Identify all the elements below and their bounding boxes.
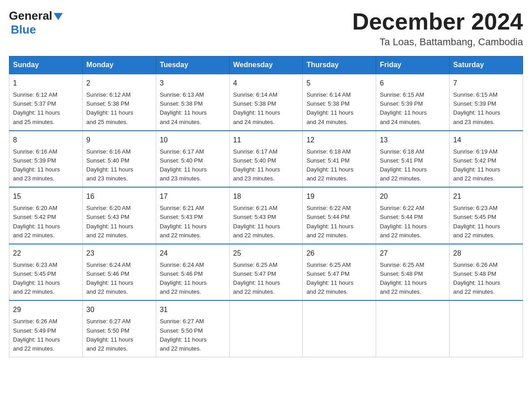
calendar-cell: 1Sunrise: 6:12 AMSunset: 5:37 PMDaylight… xyxy=(9,74,83,131)
calendar-cell: 16Sunrise: 6:20 AMSunset: 5:43 PMDayligh… xyxy=(82,187,156,244)
logo: General Blue xyxy=(9,9,63,37)
day-info: Sunrise: 6:14 AMSunset: 5:38 PMDaylight:… xyxy=(306,91,353,125)
day-number: 10 xyxy=(160,135,226,146)
day-info: Sunrise: 6:26 AMSunset: 5:49 PMDaylight:… xyxy=(13,318,60,351)
day-number: 22 xyxy=(13,248,79,259)
day-info: Sunrise: 6:12 AMSunset: 5:38 PMDaylight:… xyxy=(86,91,133,125)
day-info: Sunrise: 6:12 AMSunset: 5:37 PMDaylight:… xyxy=(13,91,60,125)
calendar-cell: 21Sunrise: 6:23 AMSunset: 5:45 PMDayligh… xyxy=(450,187,523,244)
calendar-cell: 4Sunrise: 6:14 AMSunset: 5:38 PMDaylight… xyxy=(229,74,303,131)
week-row-4: 22Sunrise: 6:23 AMSunset: 5:45 PMDayligh… xyxy=(9,244,523,301)
day-info: Sunrise: 6:19 AMSunset: 5:42 PMDaylight:… xyxy=(453,148,500,182)
day-number: 31 xyxy=(160,304,226,315)
day-header-thursday: Thursday xyxy=(303,56,376,74)
day-info: Sunrise: 6:27 AMSunset: 5:50 PMDaylight:… xyxy=(86,318,133,351)
day-number: 20 xyxy=(380,191,446,202)
day-info: Sunrise: 6:21 AMSunset: 5:43 PMDaylight:… xyxy=(160,205,207,238)
day-number: 29 xyxy=(13,304,79,315)
day-number: 2 xyxy=(86,78,152,89)
calendar-cell: 3Sunrise: 6:13 AMSunset: 5:38 PMDaylight… xyxy=(156,74,229,131)
day-header-monday: Monday xyxy=(82,56,156,74)
day-header-sunday: Sunday xyxy=(9,56,83,74)
week-row-2: 8Sunrise: 6:16 AMSunset: 5:39 PMDaylight… xyxy=(9,131,523,188)
day-info: Sunrise: 6:21 AMSunset: 5:43 PMDaylight:… xyxy=(233,205,280,238)
day-info: Sunrise: 6:16 AMSunset: 5:39 PMDaylight:… xyxy=(13,148,60,182)
day-number: 7 xyxy=(453,78,519,89)
calendar-cell: 14Sunrise: 6:19 AMSunset: 5:42 PMDayligh… xyxy=(450,131,523,188)
logo-text: General xyxy=(9,9,63,23)
calendar-cell xyxy=(303,300,376,357)
day-info: Sunrise: 6:16 AMSunset: 5:40 PMDaylight:… xyxy=(86,148,133,182)
calendar-cell: 30Sunrise: 6:27 AMSunset: 5:50 PMDayligh… xyxy=(82,300,156,357)
calendar-cell: 18Sunrise: 6:21 AMSunset: 5:43 PMDayligh… xyxy=(229,187,303,244)
day-info: Sunrise: 6:20 AMSunset: 5:43 PMDaylight:… xyxy=(86,205,133,238)
day-info: Sunrise: 6:24 AMSunset: 5:46 PMDaylight:… xyxy=(86,261,133,295)
day-info: Sunrise: 6:13 AMSunset: 5:38 PMDaylight:… xyxy=(160,91,207,125)
week-row-1: 1Sunrise: 6:12 AMSunset: 5:37 PMDaylight… xyxy=(9,74,523,131)
page-header: General Blue December 2024 Ta Loas, Batt… xyxy=(9,9,523,48)
calendar-cell: 7Sunrise: 6:15 AMSunset: 5:39 PMDaylight… xyxy=(450,74,523,131)
day-number: 3 xyxy=(160,78,226,89)
day-number: 13 xyxy=(380,135,446,146)
day-number: 18 xyxy=(233,191,299,202)
calendar-cell: 2Sunrise: 6:12 AMSunset: 5:38 PMDaylight… xyxy=(82,74,156,131)
day-number: 25 xyxy=(233,248,299,259)
calendar-cell xyxy=(376,300,450,357)
day-header-friday: Friday xyxy=(376,56,450,74)
day-info: Sunrise: 6:18 AMSunset: 5:41 PMDaylight:… xyxy=(380,148,427,182)
day-info: Sunrise: 6:15 AMSunset: 5:39 PMDaylight:… xyxy=(453,91,500,125)
day-info: Sunrise: 6:23 AMSunset: 5:45 PMDaylight:… xyxy=(453,205,500,238)
calendar-cell: 23Sunrise: 6:24 AMSunset: 5:46 PMDayligh… xyxy=(82,244,156,301)
week-row-3: 15Sunrise: 6:20 AMSunset: 5:42 PMDayligh… xyxy=(9,187,523,244)
calendar-cell: 22Sunrise: 6:23 AMSunset: 5:45 PMDayligh… xyxy=(9,244,83,301)
calendar-cell: 8Sunrise: 6:16 AMSunset: 5:39 PMDaylight… xyxy=(9,131,83,188)
day-number: 21 xyxy=(453,191,519,202)
calendar-cell xyxy=(229,300,303,357)
day-info: Sunrise: 6:25 AMSunset: 5:47 PMDaylight:… xyxy=(233,261,280,295)
calendar-cell: 31Sunrise: 6:27 AMSunset: 5:50 PMDayligh… xyxy=(156,300,229,357)
month-title: December 2024 xyxy=(352,9,523,34)
title-section: December 2024 Ta Loas, Battambang, Cambo… xyxy=(352,9,523,48)
day-number: 1 xyxy=(13,78,79,89)
day-number: 12 xyxy=(306,135,372,146)
calendar-cell: 12Sunrise: 6:18 AMSunset: 5:41 PMDayligh… xyxy=(303,131,376,188)
day-info: Sunrise: 6:20 AMSunset: 5:42 PMDaylight:… xyxy=(13,205,60,238)
day-number: 19 xyxy=(306,191,372,202)
day-info: Sunrise: 6:15 AMSunset: 5:39 PMDaylight:… xyxy=(380,91,427,125)
week-row-5: 29Sunrise: 6:26 AMSunset: 5:49 PMDayligh… xyxy=(9,300,523,357)
day-header-tuesday: Tuesday xyxy=(156,56,229,74)
day-info: Sunrise: 6:14 AMSunset: 5:38 PMDaylight:… xyxy=(233,91,280,125)
calendar-cell: 10Sunrise: 6:17 AMSunset: 5:40 PMDayligh… xyxy=(156,131,229,188)
calendar-cell: 9Sunrise: 6:16 AMSunset: 5:40 PMDaylight… xyxy=(82,131,156,188)
logo-blue: Blue xyxy=(11,23,36,36)
day-number: 11 xyxy=(233,135,299,146)
day-info: Sunrise: 6:17 AMSunset: 5:40 PMDaylight:… xyxy=(233,148,280,182)
day-number: 24 xyxy=(160,248,226,259)
calendar-cell: 25Sunrise: 6:25 AMSunset: 5:47 PMDayligh… xyxy=(229,244,303,301)
calendar-cell: 29Sunrise: 6:26 AMSunset: 5:49 PMDayligh… xyxy=(9,300,83,357)
calendar-header-row: SundayMondayTuesdayWednesdayThursdayFrid… xyxy=(9,56,523,74)
day-number: 28 xyxy=(453,248,519,259)
day-info: Sunrise: 6:27 AMSunset: 5:50 PMDaylight:… xyxy=(160,318,207,351)
logo-arrow-icon xyxy=(54,13,63,20)
day-info: Sunrise: 6:17 AMSunset: 5:40 PMDaylight:… xyxy=(160,148,207,182)
calendar-cell: 20Sunrise: 6:22 AMSunset: 5:44 PMDayligh… xyxy=(376,187,450,244)
calendar-cell xyxy=(450,300,523,357)
day-number: 30 xyxy=(86,304,152,315)
calendar-cell: 27Sunrise: 6:25 AMSunset: 5:48 PMDayligh… xyxy=(376,244,450,301)
calendar-cell: 19Sunrise: 6:22 AMSunset: 5:44 PMDayligh… xyxy=(303,187,376,244)
day-info: Sunrise: 6:18 AMSunset: 5:41 PMDaylight:… xyxy=(306,148,353,182)
logo-general: General xyxy=(9,9,52,23)
day-info: Sunrise: 6:23 AMSunset: 5:45 PMDaylight:… xyxy=(13,261,60,295)
day-info: Sunrise: 6:26 AMSunset: 5:48 PMDaylight:… xyxy=(453,261,500,295)
calendar-cell: 24Sunrise: 6:24 AMSunset: 5:46 PMDayligh… xyxy=(156,244,229,301)
calendar-cell: 15Sunrise: 6:20 AMSunset: 5:42 PMDayligh… xyxy=(9,187,83,244)
day-info: Sunrise: 6:25 AMSunset: 5:47 PMDaylight:… xyxy=(306,261,353,295)
calendar-cell: 28Sunrise: 6:26 AMSunset: 5:48 PMDayligh… xyxy=(450,244,523,301)
calendar-cell: 6Sunrise: 6:15 AMSunset: 5:39 PMDaylight… xyxy=(376,74,450,131)
day-header-saturday: Saturday xyxy=(450,56,523,74)
calendar-cell: 11Sunrise: 6:17 AMSunset: 5:40 PMDayligh… xyxy=(229,131,303,188)
day-number: 17 xyxy=(160,191,226,202)
day-info: Sunrise: 6:22 AMSunset: 5:44 PMDaylight:… xyxy=(380,205,427,238)
calendar-cell: 13Sunrise: 6:18 AMSunset: 5:41 PMDayligh… xyxy=(376,131,450,188)
